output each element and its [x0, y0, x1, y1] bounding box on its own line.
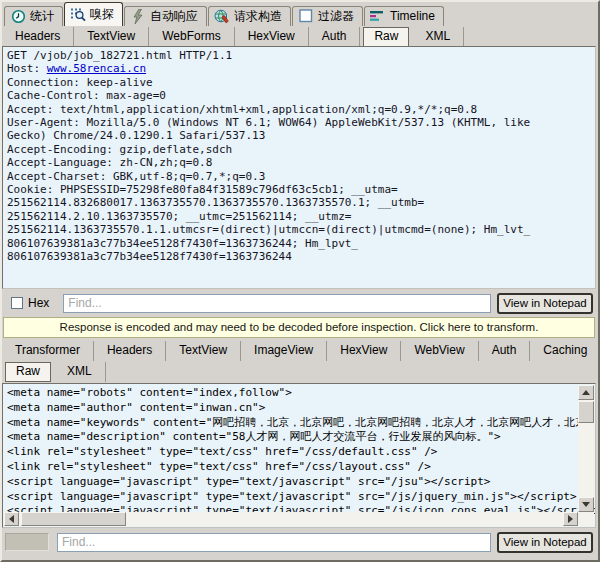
response-tab-hexview[interactable]: HexView	[327, 341, 401, 361]
tab-label: Auth	[322, 29, 347, 43]
request-find-input[interactable]	[63, 294, 491, 313]
tab-label: XML	[425, 29, 450, 43]
tab-label: Caching	[543, 343, 587, 357]
response-tab-raw[interactable]: Raw	[5, 362, 51, 382]
vertical-scroll-thumb[interactable]	[578, 401, 594, 423]
tab-label: Raw	[374, 29, 398, 43]
main-tab-filters[interactable]: 过滤器	[292, 6, 363, 26]
response-encoding-notice[interactable]: Response is encoded and may need to be d…	[3, 317, 595, 338]
host-link[interactable]: www.58rencai.cn	[47, 62, 146, 75]
tab-label: 请求构造	[234, 8, 282, 25]
request-view-in-notepad-button[interactable]: View in Notepad	[497, 293, 593, 314]
tab-label: ImageView	[254, 343, 313, 357]
hex-checkbox-label: Hex	[28, 296, 49, 310]
response-tab-webview[interactable]: WebView	[401, 341, 478, 361]
tab-label: HexView	[248, 29, 295, 43]
request-tab-headers[interactable]: Headers	[2, 27, 74, 47]
scroll-up-button[interactable]	[578, 385, 594, 400]
main-tab-bar: 统计嗅探自动响应请求构造过滤器Timeline	[4, 2, 598, 26]
response-inspector-tab-bar-row2: RawXML	[2, 361, 598, 382]
request-tab-textview[interactable]: TextView	[74, 27, 149, 47]
response-raw-view[interactable]: <meta name="robots" content="index,follo…	[2, 383, 596, 528]
response-tab-transformer[interactable]: Transformer	[2, 341, 94, 361]
lightning-icon	[130, 9, 146, 24]
filter-box-icon	[298, 9, 314, 24]
down-arrow-icon	[582, 502, 590, 507]
tab-label: Headers	[107, 343, 152, 357]
horizontal-scroll-thumb[interactable]	[21, 512, 126, 526]
response-tab-caching[interactable]: Caching	[530, 341, 600, 361]
request-find-bar: Hex View in Notepad	[2, 290, 596, 316]
response-view-in-notepad-button[interactable]: View in Notepad	[497, 532, 593, 553]
tab-label: HexView	[340, 343, 387, 357]
globe-wrench-icon	[214, 9, 230, 24]
tab-label: WebForms	[162, 29, 220, 43]
tab-label: WebView	[414, 343, 464, 357]
scroll-right-button[interactable]	[563, 512, 578, 526]
request-inspector-tab-bar: HeadersTextViewWebFormsHexViewAuthRawXML	[2, 26, 598, 47]
tab-label: 过滤器	[318, 8, 354, 25]
tab-label: 统计	[30, 8, 54, 25]
clock-icon	[10, 9, 26, 24]
response-inspector-tab-bar-row1: TransformerHeadersTextViewImageViewHexVi…	[2, 340, 598, 361]
request-tab-hexview[interactable]: HexView	[235, 27, 309, 47]
response-tab-auth[interactable]: Auth	[479, 341, 531, 361]
response-tab-imageview[interactable]: ImageView	[241, 341, 327, 361]
response-tab-xml[interactable]: XML	[54, 362, 106, 382]
response-find-input[interactable]	[57, 533, 491, 552]
fiddler-inspector-window: 统计嗅探自动响应请求构造过滤器Timeline HeadersTextViewW…	[0, 0, 600, 562]
response-tab-headers[interactable]: Headers	[94, 341, 166, 361]
tab-label: Headers	[15, 29, 60, 43]
main-tab-timeline[interactable]: Timeline	[364, 6, 444, 26]
scroll-left-button[interactable]	[4, 512, 19, 526]
sniffer-icon	[70, 7, 86, 22]
request-raw-text[interactable]: GET /vjob/job_182721.html HTTP/1.1 Host:…	[3, 47, 595, 266]
scroll-down-button[interactable]	[578, 497, 594, 512]
response-vertical-scrollbar[interactable]	[578, 385, 594, 512]
find-bar-left-spacer	[5, 533, 49, 551]
tab-label: TextView	[179, 343, 227, 357]
main-tab-statistics[interactable]: 统计	[4, 6, 63, 26]
request-tab-auth[interactable]: Auth	[309, 27, 361, 47]
response-tab-textview[interactable]: TextView	[166, 341, 241, 361]
right-arrow-icon	[568, 515, 573, 523]
request-raw-view[interactable]: GET /vjob/job_182721.html HTTP/1.1 Host:…	[2, 46, 596, 289]
tab-label: 嗅探	[90, 6, 114, 23]
tab-label: Auth	[492, 343, 517, 357]
hex-checkbox[interactable]	[11, 297, 23, 309]
request-tab-xml[interactable]: XML	[412, 27, 464, 47]
up-arrow-icon	[582, 390, 590, 395]
response-raw-text[interactable]: <meta name="robots" content="index,follo…	[3, 384, 595, 521]
response-find-bar: View in Notepad	[2, 530, 596, 554]
tab-label: TextView	[87, 29, 135, 43]
timeline-bars-icon	[370, 9, 386, 24]
request-tab-webforms[interactable]: WebForms	[149, 27, 234, 47]
tab-label: Timeline	[390, 9, 435, 23]
response-horizontal-scrollbar[interactable]	[4, 512, 578, 526]
main-tab-autoresponder[interactable]: 自动响应	[124, 6, 207, 26]
tab-label: Transformer	[15, 343, 80, 357]
tab-label: XML	[67, 364, 92, 378]
tab-label: Raw	[16, 364, 40, 378]
main-tab-inspectors[interactable]: 嗅探	[64, 2, 123, 26]
left-arrow-icon	[9, 515, 14, 523]
main-tab-composer[interactable]: 请求构造	[208, 6, 291, 26]
scrollbar-corner	[578, 512, 594, 526]
request-tab-raw[interactable]: Raw	[363, 27, 409, 47]
tab-label: 自动响应	[150, 8, 198, 25]
